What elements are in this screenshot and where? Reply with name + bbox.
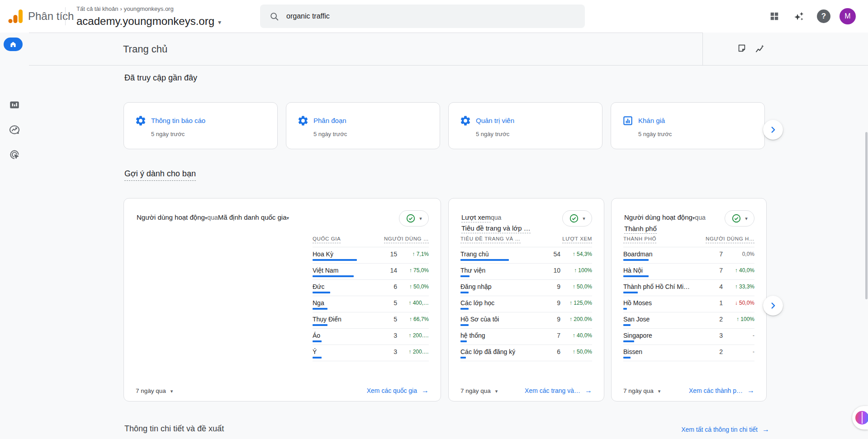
row-label: Đăng nhập [460, 283, 492, 290]
view-pages-link[interactable]: Xem các trang và…→ [525, 387, 592, 395]
question-mark-icon: ? [821, 12, 826, 20]
row-value: 9 [557, 299, 560, 307]
table-row: Hồ Sơ của tôi9↑ 200.0% [460, 312, 592, 329]
via-label: qua [695, 214, 705, 221]
recent-card-label: Thông tin báo cáo [151, 117, 205, 124]
view-all-insights-link[interactable]: Xem tất cả thông tin chi tiết→ [681, 425, 769, 434]
row-bar [460, 324, 469, 326]
help-button[interactable]: ? [817, 9, 830, 23]
property-selector[interactable]: Tất cả tài khoản›youngmonkeys.org academ… [76, 5, 221, 29]
row-value: 5 [394, 299, 397, 307]
table-rows: Trang chủ54↑ 54,3%Thư viện10↑ 100%Đăng n… [460, 247, 592, 361]
advertising-target-icon [9, 149, 20, 160]
arrow-right-icon: → [422, 387, 429, 394]
row-label: Boardman [623, 250, 653, 258]
row-label: Các lớp học [460, 299, 494, 307]
metric-column-header: NGƯỜI DÙNG H… [706, 236, 754, 243]
recent-card-label: Phân đoạn [313, 117, 346, 124]
sidebar-item-advertising[interactable] [0, 149, 29, 160]
analytics-logo-icon[interactable] [7, 8, 24, 24]
row-value: 15 [390, 250, 397, 258]
chevron-down-icon: ▾ [419, 216, 422, 222]
google-apps-grid-button[interactable] [765, 0, 783, 33]
table-row: Singapore3- [623, 329, 754, 345]
search-input[interactable] [286, 12, 558, 20]
row-value: 6 [557, 348, 560, 355]
gear-icon [460, 115, 471, 127]
sidebar-item-reports[interactable] [0, 99, 29, 111]
row-bar [313, 292, 330, 293]
date-range-selector[interactable]: 7 ngày qua▾ [460, 387, 498, 394]
row-label: Việt Nam [313, 267, 338, 274]
row-change: ↑ 200.… [397, 349, 429, 355]
recent-carousel-next-button[interactable] [763, 120, 783, 140]
search-bar[interactable] [260, 5, 585, 28]
home-icon [9, 40, 17, 48]
metric-dropdown[interactable]: Lượt xem [461, 213, 491, 222]
table-row: Thụy Điển5↑ 66,7% [313, 312, 429, 329]
gear-icon [135, 115, 147, 127]
row-value: 6 [394, 283, 397, 290]
table-row: Các lớp đã đăng ký6↑ 50,0% [460, 345, 592, 361]
row-change: ↑ 33,3% [723, 283, 754, 290]
arrow-right-icon: → [747, 387, 754, 394]
row-label: Các lớp đã đăng ký [460, 348, 515, 355]
account-avatar[interactable]: M [840, 8, 856, 24]
dimension-dropdown[interactable]: Mã định danh quốc gia▾ [218, 213, 289, 221]
table-row: Áo3↑ 200.… [313, 329, 429, 345]
toolbar-divider [702, 33, 703, 66]
row-label: Trang chủ [460, 250, 489, 258]
table-row: Thư viện10↑ 100% [460, 264, 592, 280]
view-cities-link[interactable]: Xem các thành p…→ [689, 387, 754, 395]
chart-status-dropdown[interactable]: ▾ [562, 210, 592, 227]
recent-card-report-info[interactable]: Thông tin báo cáo 5 ngày trước [123, 102, 278, 149]
vertical-scrollbar[interactable] [865, 132, 868, 299]
row-value: 9 [557, 316, 560, 323]
row-bar [623, 357, 631, 359]
recent-card-time: 5 ngày trước [476, 131, 509, 137]
row-change: ↑ 200.… [397, 332, 429, 339]
row-bar [623, 340, 634, 342]
breadcrumb-account: youngmonkeys.org [124, 5, 174, 12]
date-range-selector[interactable]: 7 ngày qua▾ [136, 387, 173, 394]
view-countries-link[interactable]: Xem các quốc gia→ [367, 387, 429, 395]
row-label: Thụy Điển [313, 316, 342, 323]
chevron-down-icon: ▾ [287, 215, 289, 221]
suggestions-carousel-next-button[interactable] [763, 296, 783, 316]
extension-bubble[interactable] [852, 406, 868, 430]
metric-dropdown[interactable]: Người dùng hoạt động▾ [137, 213, 207, 221]
recent-card-segments[interactable]: Phân đoạn 5 ngày trước [286, 102, 440, 149]
row-label: Hồ Moses [623, 299, 652, 307]
row-bar [623, 259, 649, 261]
breadcrumb: Tất cả tài khoản›youngmonkeys.org [76, 5, 221, 13]
notes-button[interactable] [737, 43, 748, 54]
recent-card-time: 5 ngày trước [151, 131, 185, 137]
chevron-down-icon: ▾ [583, 216, 585, 222]
sidebar-item-explore[interactable] [0, 124, 29, 136]
gemini-button[interactable] [790, 0, 808, 33]
row-bar [460, 308, 469, 310]
search-icon [269, 11, 279, 21]
app-header: Phân tích Tất cả tài khoản›youngmonkeys.… [0, 0, 868, 33]
card-dimension-controls: Lượt xemqua Tiêu đề trang và lớp … [461, 212, 531, 233]
recent-card-audience[interactable]: Khán giả 5 ngày trước [611, 102, 765, 149]
chart-status-dropdown[interactable]: ▾ [399, 210, 429, 227]
date-range-selector[interactable]: 7 ngày qua▾ [623, 387, 660, 394]
table-row: Việt Nam14↑ 75,0% [313, 264, 429, 280]
insights-button[interactable] [754, 43, 765, 54]
recent-card-admin[interactable]: Quản trị viên 5 ngày trước [448, 102, 602, 149]
table-rows: Hoa Kỳ15↑ 7,1%Việt Nam14↑ 75,0%Đức6↑ 50,… [313, 247, 429, 361]
row-label: Đức [313, 283, 324, 290]
row-bar [623, 308, 627, 310]
row-label: hệ thống [460, 332, 485, 339]
via-label: qua [491, 214, 501, 221]
table-row: Hoa Kỳ15↑ 7,1% [313, 247, 429, 264]
metric-dropdown[interactable]: Người dùng hoạt động▾ [624, 213, 695, 221]
gear-icon [297, 115, 309, 127]
dimension-column-header: THÀNH PHỐ [623, 236, 656, 243]
row-change: ↑ 50,0% [560, 349, 592, 355]
row-bar [460, 292, 469, 293]
chart-status-dropdown[interactable]: ▾ [725, 210, 754, 227]
row-value: 1 [719, 299, 723, 307]
sidebar-item-home[interactable] [4, 38, 23, 51]
